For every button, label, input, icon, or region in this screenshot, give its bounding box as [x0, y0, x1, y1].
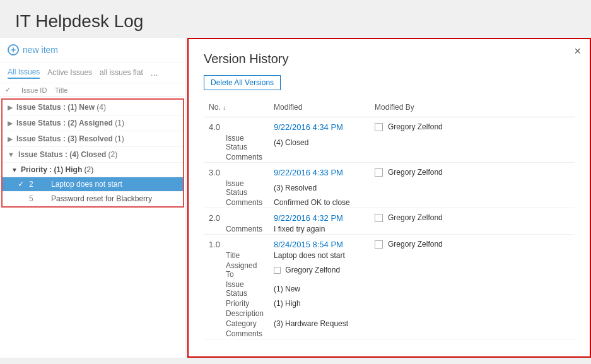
modal-title: Version History	[204, 52, 575, 66]
version-1-modby: Gregory Zelfond	[370, 235, 575, 251]
version-1-main-row: 1.0 8/24/2015 8:54 PM Gregory Zelfond	[204, 235, 575, 251]
col-modified-header: Modified	[269, 100, 370, 117]
version-3-detail-1: Issue Status (3) Resolved	[204, 179, 575, 197]
version-1-detail-status: Issue Status (1) New	[204, 279, 575, 298]
version-4-checkbox[interactable]	[375, 123, 383, 131]
version-3-checkbox[interactable]	[375, 168, 383, 177]
version-history-modal: × Version History Delete All Versions No…	[187, 38, 591, 358]
col-no-header: No. ↓	[204, 100, 269, 117]
version-4-detail-2: Comments	[204, 152, 575, 163]
sort-arrow-icon: ↓	[223, 104, 226, 111]
version-1-detail-description: Description	[204, 308, 575, 319]
page-title: IT Helpdesk Log	[15, 11, 576, 32]
version-3-date[interactable]: 9/22/2016 4:33 PM	[269, 163, 370, 179]
version-1-detail-comments: Comments	[204, 329, 575, 339]
version-2-main-row: 2.0 9/22/2016 4:32 PM Gregory Zelfond	[204, 208, 575, 225]
version-4-no: 4.0	[204, 117, 269, 134]
version-1-date[interactable]: 8/24/2015 8:54 PM	[269, 235, 370, 251]
version-4-date[interactable]: 9/22/2016 4:34 PM	[269, 117, 370, 134]
version-1-detail-title: Title Laptop does not start	[204, 250, 575, 261]
version-4-main-row: 4.0 9/22/2016 4:34 PM Gregory Zelfond	[204, 117, 575, 134]
delete-all-versions-button[interactable]: Delete All Versions	[204, 75, 281, 90]
version-2-checkbox[interactable]	[375, 214, 383, 222]
modal-close-button[interactable]: ×	[574, 45, 581, 57]
version-3-detail-2: Comments Confirmed OK to close	[204, 197, 575, 208]
version-1-detail-assigned: Assigned To Gregory Zelfond	[204, 261, 575, 279]
version-4-detail-1: Issue Status (4) Closed	[204, 133, 575, 152]
version-block-3: 3.0 9/22/2016 4:33 PM Gregory Zelfond Is…	[204, 163, 575, 208]
version-1-no: 1.0	[204, 235, 269, 251]
version-2-no: 2.0	[204, 208, 269, 225]
version-2-date[interactable]: 9/22/2016 4:32 PM	[269, 208, 370, 225]
col-modified-by-header: Modified By	[370, 100, 575, 117]
version-table-header: No. ↓ Modified Modified By	[204, 100, 575, 117]
version-1-detail-category: Category (3) Hardware Request	[204, 319, 575, 329]
version-1-detail-priority: Priority (1) High	[204, 298, 575, 308]
version-3-no: 3.0	[204, 163, 269, 179]
version-block-2: 2.0 9/22/2016 4:32 PM Gregory Zelfond Co…	[204, 208, 575, 235]
version-1-checkbox[interactable]	[375, 240, 383, 249]
version-3-main-row: 3.0 9/22/2016 4:33 PM Gregory Zelfond	[204, 163, 575, 179]
version-block-4: 4.0 9/22/2016 4:34 PM Gregory Zelfond Is…	[204, 117, 575, 163]
modal-overlay: × Version History Delete All Versions No…	[0, 38, 591, 358]
version-2-modby: Gregory Zelfond	[370, 208, 575, 225]
version-table: No. ↓ Modified Modified By 4.0 9/22/2016…	[204, 100, 575, 339]
assigned-to-checkbox	[274, 267, 281, 274]
version-3-modby: Gregory Zelfond	[370, 163, 575, 179]
version-block-1: 1.0 8/24/2015 8:54 PM Gregory Zelfond Ti…	[204, 235, 575, 339]
version-4-modby: Gregory Zelfond	[370, 117, 575, 134]
version-2-detail-1: Comments I fixed try again	[204, 224, 575, 235]
